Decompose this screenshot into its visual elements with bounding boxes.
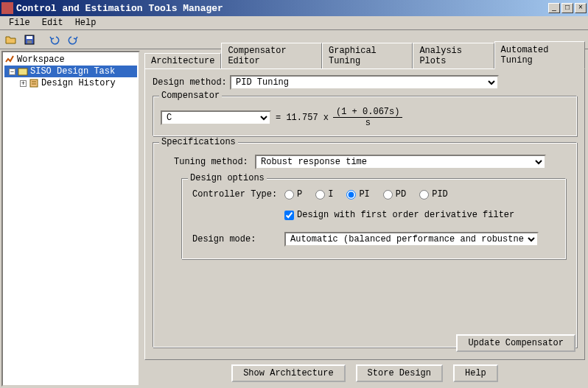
- radio-pd[interactable]: PD: [383, 189, 406, 200]
- design-options-legend: Design options: [188, 173, 267, 183]
- store-design-button[interactable]: Store Design: [356, 364, 443, 382]
- deriv-filter-label: Design with first order derivative filte…: [297, 210, 514, 220]
- history-icon: [29, 78, 39, 88]
- save-icon[interactable]: [21, 32, 38, 48]
- tree-history-label: Design History: [41, 78, 116, 88]
- compensator-select[interactable]: C: [161, 110, 271, 125]
- tuning-method-select[interactable]: Robust response time: [255, 155, 546, 169]
- minimize-button[interactable]: _: [548, 3, 560, 13]
- main-area: Workspace − SISO Design Task + Design Hi…: [0, 49, 588, 388]
- compensator-fraction: (1 + 0.067s) s: [333, 107, 402, 128]
- svg-rect-4: [30, 80, 38, 87]
- design-options-group: Design options Controller Type: P I PI P…: [181, 178, 566, 259]
- tab-graphical-tuning[interactable]: Graphical Tuning: [322, 43, 413, 69]
- redo-icon[interactable]: [65, 32, 81, 48]
- radio-i[interactable]: I: [315, 189, 333, 200]
- menubar: File Edit Help: [0, 16, 588, 30]
- design-method-row: Design method: PID Tuning: [153, 75, 577, 90]
- compensator-eq-prefix: = 11.757 x: [276, 113, 329, 123]
- menu-help[interactable]: Help: [69, 16, 102, 29]
- update-row: Update Compensator: [456, 334, 575, 352]
- tree-workspace-label: Workspace: [17, 54, 65, 65]
- tree-expand-icon[interactable]: +: [20, 80, 27, 87]
- help-button[interactable]: Help: [453, 364, 498, 382]
- window-controls: _ □ ×: [548, 3, 587, 13]
- tree-siso-design-task[interactable]: − SISO Design Task: [4, 66, 137, 77]
- show-architecture-button[interactable]: Show Architecture: [231, 364, 345, 382]
- tree-workspace[interactable]: Workspace: [4, 54, 137, 66]
- undo-icon[interactable]: [46, 32, 63, 48]
- radio-p[interactable]: P: [284, 189, 302, 200]
- compensator-legend: Compensator: [159, 91, 222, 101]
- close-button[interactable]: ×: [575, 3, 587, 13]
- content-panel: Architecture Compensator Editor Graphica…: [141, 49, 588, 388]
- specifications-group: Specifications Tuning method: Robust res…: [153, 142, 577, 348]
- titlebar: Control and Estimation Tools Manager _ □…: [0, 0, 588, 16]
- compensator-numerator: (1 + 0.067s): [333, 107, 402, 118]
- controller-type-label: Controller Type:: [192, 189, 284, 200]
- app-icon: [1, 2, 13, 14]
- controller-type-radios: P I PI PD PID: [284, 189, 448, 200]
- svg-rect-3: [18, 68, 27, 75]
- tree-design-history[interactable]: + Design History: [4, 77, 137, 89]
- menu-file[interactable]: File: [3, 16, 36, 29]
- specifications-legend: Specifications: [159, 137, 238, 147]
- svg-rect-2: [27, 40, 32, 43]
- design-method-select[interactable]: PID Tuning: [230, 75, 499, 90]
- compensator-denominator: s: [333, 118, 402, 128]
- maximize-button[interactable]: □: [561, 3, 573, 13]
- design-method-label: Design method:: [153, 77, 230, 88]
- design-mode-select[interactable]: Automatic (balanced performance and robu…: [284, 232, 539, 247]
- tab-analysis-plots[interactable]: Analysis Plots: [413, 43, 494, 69]
- tab-automated-tuning[interactable]: Automated Tuning: [494, 41, 585, 69]
- tree-panel: Workspace − SISO Design Task + Design Hi…: [1, 51, 140, 387]
- update-compensator-button[interactable]: Update Compensator: [456, 334, 575, 352]
- tabs: Architecture Compensator Editor Graphica…: [144, 52, 585, 68]
- tab-compensator-editor[interactable]: Compensator Editor: [221, 43, 322, 69]
- compensator-group: Compensator C = 11.757 x (1 + 0.067s) s: [153, 96, 577, 136]
- open-icon[interactable]: [3, 32, 19, 48]
- bottom-bar: Show Architecture Store Design Help: [144, 360, 585, 385]
- window-title: Control and Estimation Tools Manager: [16, 3, 548, 14]
- menu-edit[interactable]: Edit: [36, 16, 69, 29]
- radio-pid[interactable]: PID: [419, 189, 448, 200]
- deriv-filter-checkbox[interactable]: Design with first order derivative filte…: [284, 210, 514, 220]
- tab-architecture[interactable]: Architecture: [144, 53, 221, 69]
- svg-rect-1: [27, 36, 32, 39]
- tab-content: Design method: PID Tuning Compensator C …: [144, 68, 585, 360]
- tree-siso-label: SISO Design Task: [30, 66, 115, 77]
- design-mode-label: Design mode:: [192, 234, 284, 244]
- radio-pi[interactable]: PI: [346, 189, 369, 200]
- matlab-icon: [4, 54, 15, 65]
- tree-collapse-icon[interactable]: −: [9, 68, 15, 75]
- tuning-method-label: Tuning method:: [174, 157, 255, 167]
- task-icon: [18, 66, 28, 77]
